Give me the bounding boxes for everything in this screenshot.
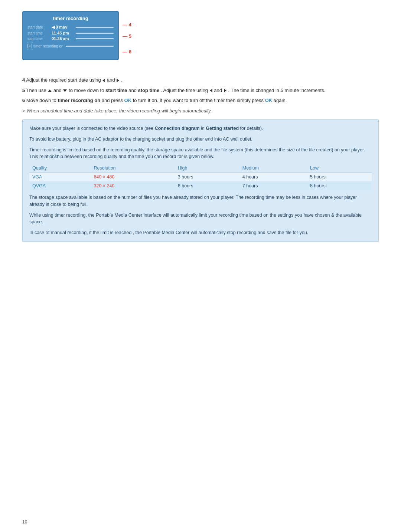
- start-time-bold: start time: [105, 88, 127, 93]
- step-5-and2: and: [128, 88, 138, 93]
- left-arrow-icon-2: [210, 89, 212, 92]
- info-para-3: Timer recording is limited based on the …: [29, 147, 372, 161]
- start-time-label: start time: [27, 31, 52, 35]
- stop-time-label: stop time: [27, 37, 52, 41]
- quality-table: Quality Resolution High Medium Low VGA 6…: [29, 164, 372, 190]
- table-row: QVGA 320 × 240 6 hours 7 hours 8 hours: [29, 181, 372, 190]
- step-5-text4: . The time is changed in 5 minute increm…: [228, 88, 325, 93]
- step-4-text: Adjust the required start date using: [26, 77, 102, 83]
- col-quality: Quality: [29, 164, 91, 173]
- step-4-end: .: [121, 77, 123, 83]
- col-medium: Medium: [239, 164, 307, 173]
- step-5-text2: to move down to: [69, 88, 105, 93]
- down-arrow-icon: [63, 89, 67, 92]
- annotation-5: — 5: [123, 32, 131, 40]
- and-text-4: and: [107, 77, 116, 83]
- cell-medium-qvga: 7 hours: [239, 181, 307, 190]
- info-para-2: To avoid low battery, plug in the AC ada…: [29, 136, 372, 143]
- step-5: 5 Then use and to move down to start tim…: [22, 87, 379, 94]
- table-row: VGA 640 × 480 3 hours 4 hours 5 hours: [29, 173, 372, 182]
- step-6-text3: to turn it on. If you want to turn off t…: [133, 98, 265, 103]
- step-6-text2: and press: [102, 98, 124, 103]
- device-title: timer recording: [27, 16, 114, 21]
- step-5-num: 5: [22, 88, 25, 93]
- stop-time-bold: stop time: [138, 88, 159, 93]
- step-5-and3: and: [214, 88, 223, 93]
- stop-time-bar: [76, 38, 114, 39]
- cell-medium-vga: 4 hours: [239, 173, 307, 182]
- screenshot-section: timer recording start date ◀ 8 may start…: [22, 11, 379, 68]
- start-date-label: start date: [27, 25, 52, 29]
- table-header-row: Quality Resolution High Medium Low: [29, 164, 372, 173]
- step-4: 4 Adjust the required start date using a…: [22, 76, 379, 84]
- step-6-num: 6: [22, 98, 25, 103]
- timer-recording-row: ☑ timer recording on: [27, 44, 114, 48]
- annotation-numbers: — 4 — 5 — 6: [123, 11, 131, 56]
- cell-high-vga: 3 hours: [175, 173, 239, 182]
- start-date-value: ◀ 8 may: [52, 25, 74, 30]
- info-box: Make sure your player is connected to th…: [22, 119, 379, 242]
- col-low: Low: [307, 164, 372, 173]
- step-5-and1: and: [53, 88, 63, 93]
- start-date-bar: [76, 27, 114, 28]
- right-arrow-icon-2: [224, 89, 226, 92]
- ok-2: OK: [265, 98, 273, 103]
- device-screen: timer recording start date ◀ 8 may start…: [22, 11, 119, 60]
- annotation-6: — 6: [123, 47, 131, 56]
- ok-1: OK: [124, 98, 132, 103]
- right-arrow-icon: [117, 79, 119, 82]
- note-item: > When scheduled time and date take plac…: [22, 107, 379, 115]
- timer-bar: [66, 46, 114, 47]
- up-arrow-icon: [48, 89, 52, 92]
- start-time-row: start time 11.45 pm: [27, 31, 114, 35]
- cell-res-qvga: 320 × 240: [91, 181, 175, 190]
- info-para-1: Make sure your player is connected to th…: [29, 125, 372, 132]
- col-resolution: Resolution: [91, 164, 175, 173]
- col-high: High: [175, 164, 239, 173]
- left-arrow-icon: [102, 79, 105, 82]
- cell-low-vga: 5 hours: [307, 173, 372, 182]
- page-number: 10: [22, 519, 27, 525]
- step-5-text3: . Adjust the time using: [161, 88, 209, 93]
- start-time-value: 11.45 pm: [52, 31, 74, 35]
- note-text: > When scheduled time and date take plac…: [22, 108, 212, 114]
- step-6: 6 Move down to timer recording on and pr…: [22, 97, 379, 104]
- info-para-6: In case of manual recording, if the limi…: [29, 229, 372, 236]
- timer-icon: ☑: [27, 44, 32, 48]
- connection-diagram-bold: Connection diagram: [155, 126, 200, 131]
- cell-quality-qvga: QVGA: [29, 181, 91, 190]
- step-5-text1: Then use: [26, 88, 48, 93]
- info-para-4: The storage space available is based on …: [29, 194, 372, 208]
- cell-high-qvga: 6 hours: [175, 181, 239, 190]
- step-6-text4: again.: [274, 98, 287, 103]
- start-time-bar: [76, 33, 114, 34]
- cell-quality-vga: VGA: [29, 173, 91, 182]
- timer-on-bold: timer recording on: [58, 98, 100, 103]
- info-para-5: While using timer recording, the Portabl…: [29, 212, 372, 226]
- step-6-text1: Move down to: [26, 98, 58, 103]
- stop-time-value: 01.25 am: [52, 36, 74, 41]
- instructions-section: 4 Adjust the required start date using a…: [22, 76, 379, 114]
- cell-low-qvga: 8 hours: [307, 181, 372, 190]
- start-date-row: start date ◀ 8 may: [27, 25, 114, 30]
- step-4-num: 4: [22, 77, 25, 83]
- stop-time-row: stop time 01.25 am: [27, 36, 114, 41]
- cell-res-vga: 640 × 480: [91, 173, 175, 182]
- timer-label: timer recording on: [33, 44, 63, 48]
- annotation-4: — 4: [123, 20, 131, 29]
- getting-started-bold: Getting started: [206, 126, 239, 131]
